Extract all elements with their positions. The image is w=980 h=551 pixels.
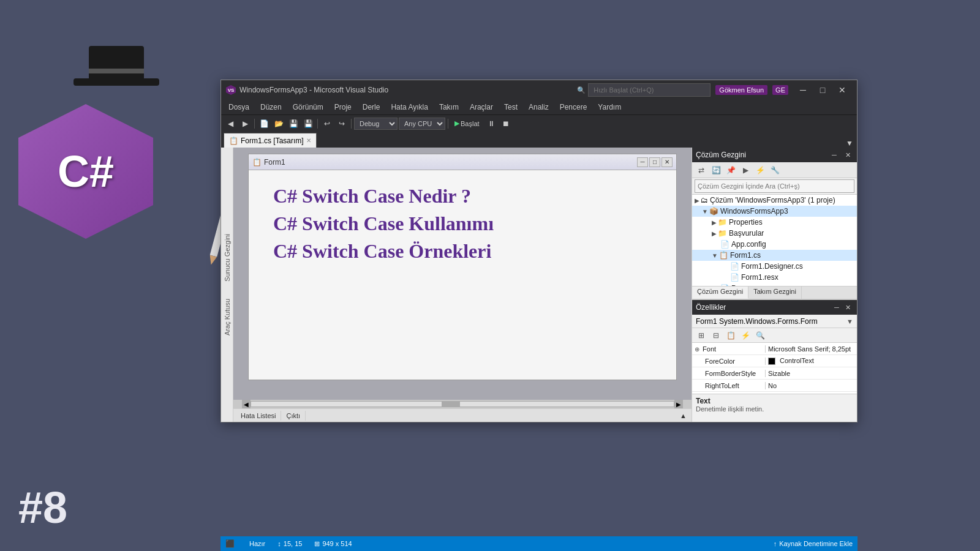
prop-toolbar: ⊞ ⊟ 📋 ⚡ 🔍: [692, 328, 857, 343]
menu-pencere[interactable]: Pencere: [555, 100, 592, 114]
tree-app-config[interactable]: 📄 App.config: [692, 239, 857, 250]
right-panel: Çözüm Gezgini ─ ✕ ⇄ 🔄 📌 ▶ ⚡ 🔧: [692, 148, 857, 422]
prop-forecolor-value: ControlText: [766, 357, 857, 365]
back-button[interactable]: ◀: [224, 117, 237, 130]
toolbar: ◀ ▶ 📄 📂 💾 💾 ↩ ↪ Debug Release Any CPU x8…: [221, 114, 857, 132]
open-button[interactable]: 📂: [272, 117, 285, 130]
ready-icon: ⬛: [225, 539, 235, 548]
hat: [80, 37, 153, 86]
tree-form1-designer[interactable]: 📄 Form1.Designer.cs: [692, 261, 857, 272]
se-btn-2[interactable]: 🔄: [709, 163, 723, 177]
toolbar-sep-3: [351, 119, 352, 129]
scroll-left-button[interactable]: ◀: [242, 400, 251, 408]
new-file-button[interactable]: 📄: [257, 117, 271, 130]
se-btn-1[interactable]: ⇄: [695, 163, 708, 177]
status-position: ↕ 15, 15: [277, 540, 302, 547]
menu-analiz[interactable]: Analiz: [524, 100, 554, 114]
status-ready: Hazır: [249, 540, 265, 547]
hata-listesi-tab[interactable]: Hata Listesi: [236, 411, 281, 421]
prop-alpha-button[interactable]: ⊟: [709, 329, 723, 342]
tab-icon: 📋: [229, 137, 238, 145]
form-canvas[interactable]: 📋 Form1 ─ □ ✕ C# Switch Case Nedir ? C# …: [248, 154, 677, 380]
prop-row-formborderstyle[interactable]: FormBorderStyle Sizable: [692, 367, 857, 380]
prop-pin-button[interactable]: ─: [831, 302, 842, 313]
prop-close-button[interactable]: ✕: [842, 302, 853, 313]
vs-logo-icon: VS: [226, 85, 236, 95]
form-minimize-button[interactable]: ─: [637, 157, 648, 167]
se-search-input[interactable]: [695, 179, 854, 193]
debug-config-dropdown[interactable]: Debug Release: [354, 118, 398, 130]
tree-solution[interactable]: ▶ 🗂 Çözüm 'WindowsFormsApp3' (1 proje): [692, 195, 857, 206]
se-pin-button[interactable]: ─: [829, 149, 840, 160]
menu-test[interactable]: Test: [499, 100, 522, 114]
prop-description: Text Denetimle ilişkili metin.: [692, 394, 857, 422]
se-tree: ▶ 🗂 Çözüm 'WindowsFormsApp3' (1 proje) ▼…: [692, 195, 857, 286]
se-btn-3[interactable]: 📌: [724, 163, 737, 177]
form-line-2: C# Switch Case Kullanımı: [273, 210, 652, 238]
prop-search-button[interactable]: 🔍: [753, 329, 767, 342]
menu-takim[interactable]: Takım: [434, 100, 464, 114]
window-title: WindowsFormsApp3 - Microsoft Visual Stud…: [239, 86, 577, 94]
form-restore-button[interactable]: □: [649, 157, 660, 167]
menu-dosya[interactable]: Dosya: [224, 100, 254, 114]
arac-kutusu-tab[interactable]: Araç Kutusu: [222, 296, 232, 338]
sunucu-gezgini-tab[interactable]: Sunucu Gezgini: [222, 231, 232, 284]
prop-cat-button[interactable]: ⊞: [695, 329, 708, 342]
output-info: ▲: [677, 411, 689, 421]
se-btn-6[interactable]: 🔧: [768, 163, 782, 177]
scroll-right-button[interactable]: ▶: [674, 400, 683, 408]
se-btn-5[interactable]: ⚡: [753, 163, 767, 177]
scrollbar-thumb[interactable]: [442, 402, 460, 407]
tab-close-button[interactable]: ✕: [306, 137, 311, 144]
quick-launch-input[interactable]: [588, 83, 710, 97]
prop-dropdown-arrow[interactable]: ▼: [846, 318, 853, 325]
form-line-3: C# Switch Case Örnekleri: [273, 238, 652, 265]
prop-row-righttoleft[interactable]: RightToLeft No: [692, 380, 857, 392]
prop-props-button[interactable]: 📋: [724, 329, 737, 342]
tab-dropdown-button[interactable]: ▼: [842, 139, 857, 148]
close-button[interactable]: ✕: [832, 80, 852, 100]
tree-form1-resx[interactable]: 📄 Form1.resx: [692, 272, 857, 283]
prop-object-text: Form1 System.Windows.Forms.Form: [696, 317, 818, 326]
stop-button[interactable]: ⏹: [499, 117, 513, 130]
pause-button[interactable]: ⏸: [484, 117, 498, 130]
tab-form1-design[interactable]: 📋 Form1.cs [Tasarım] ✕: [224, 133, 317, 148]
menu-derle[interactable]: Derle: [358, 100, 385, 114]
menu-yardim[interactable]: Yardım: [593, 100, 626, 114]
menu-duzen[interactable]: Düzen: [255, 100, 287, 114]
prop-events-button[interactable]: ⚡: [739, 329, 752, 342]
undo-button[interactable]: ↩: [320, 117, 334, 130]
menu-araclar[interactable]: Araçlar: [465, 100, 498, 114]
menu-hata-ayikla[interactable]: Hata Ayıkla: [386, 100, 432, 114]
start-button[interactable]: ▶ Başlat: [451, 118, 483, 129]
menu-gorunum[interactable]: Görünüm: [288, 100, 328, 114]
tree-form1-cs[interactable]: ▼ 📋 Form1.cs: [692, 250, 857, 261]
user-avatar: GE: [772, 85, 788, 95]
tree-project[interactable]: ▼ 📦 WindowsFormsApp3: [692, 206, 857, 217]
se-close-button[interactable]: ✕: [842, 149, 853, 160]
se-search-bar: [692, 178, 857, 195]
takim-gezgini-tab[interactable]: Takım Gezgini: [748, 287, 802, 299]
form-close-button[interactable]: ✕: [662, 157, 673, 167]
save-button[interactable]: 💾: [287, 117, 300, 130]
cikti-tab[interactable]: Çıktı: [281, 411, 306, 421]
menu-proje[interactable]: Proje: [330, 100, 356, 114]
cozum-gezgini-tab[interactable]: Çözüm Gezgini: [692, 287, 748, 299]
tree-properties[interactable]: ▶ 📁 Properties: [692, 217, 857, 228]
redo-button[interactable]: ↪: [335, 117, 349, 130]
tree-references[interactable]: ▶ 📁 Başvurular: [692, 228, 857, 239]
form-icon: 📋: [252, 158, 262, 167]
forward-button[interactable]: ▶: [238, 117, 252, 130]
save-all-button[interactable]: 💾: [301, 117, 315, 130]
form-hscrollbar[interactable]: ◀ ▶: [233, 400, 692, 408]
maximize-button[interactable]: □: [813, 80, 832, 100]
status-source-control[interactable]: ↑ Kaynak Denetimine Ekle: [774, 540, 853, 547]
prop-font-value: Microsoft Sans Serif; 8,25pt: [766, 345, 857, 353]
toolbar-sep-2: [317, 119, 318, 129]
minimize-button[interactable]: ─: [793, 80, 813, 100]
prop-object-line: Form1 System.Windows.Forms.Form ▼: [692, 315, 857, 328]
platform-dropdown[interactable]: Any CPU x86 x64: [399, 118, 445, 130]
prop-row-forecolor[interactable]: ForeColor ControlText: [692, 355, 857, 367]
se-btn-4[interactable]: ▶: [739, 163, 752, 177]
prop-row-font[interactable]: ⊕ Font Microsoft Sans Serif; 8,25pt: [692, 343, 857, 355]
